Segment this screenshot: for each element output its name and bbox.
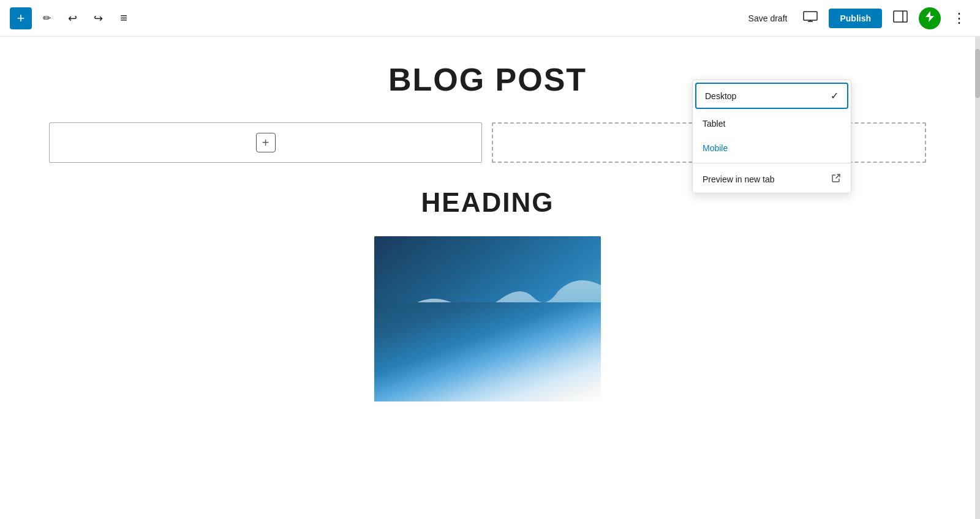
dropdown-item-preview-new-tab[interactable]: Preview in new tab — [693, 166, 851, 193]
image-block[interactable] — [49, 236, 926, 401]
publish-button[interactable]: Publish — [829, 9, 882, 28]
add-block-button[interactable]: + — [10, 7, 32, 29]
image-placeholder — [374, 236, 601, 401]
toolbar-left: + — [10, 7, 744, 29]
external-link-icon — [831, 173, 841, 185]
preview-dropdown: Desktop ✓ Tablet Mobile Preview in new t… — [692, 80, 851, 193]
svg-rect-5 — [374, 236, 601, 401]
list-icon — [120, 11, 127, 25]
toolbar-right: Save draft Publish — [744, 7, 970, 29]
tablet-option-label: Tablet — [703, 119, 725, 129]
more-options-button[interactable]: ⋮ — [948, 7, 970, 29]
document-overview-button[interactable] — [113, 7, 135, 29]
undo-button[interactable] — [61, 7, 83, 29]
lightning-icon — [925, 11, 934, 25]
dropdown-item-desktop[interactable]: Desktop ✓ — [695, 83, 848, 109]
dropdown-item-mobile[interactable]: Mobile — [693, 136, 851, 160]
editor-area: BLOG POST + HEADING — [0, 37, 980, 519]
desktop-preview-icon — [803, 11, 818, 25]
pencil-icon — [43, 12, 51, 24]
desktop-option-label: Desktop — [705, 91, 736, 101]
dropdown-item-tablet[interactable]: Tablet — [693, 111, 851, 136]
jetpack-button[interactable] — [919, 7, 941, 29]
svg-point-6 — [374, 322, 497, 395]
preview-new-tab-label: Preview in new tab — [703, 174, 775, 184]
editor-scrollbar[interactable] — [975, 37, 980, 519]
preview-button[interactable] — [799, 7, 821, 29]
toolbar: + Save draft Publish — [0, 0, 980, 37]
sidebar-toggle-icon — [893, 10, 908, 26]
scrollbar-thumb[interactable] — [975, 49, 980, 98]
dropdown-divider — [693, 163, 851, 163]
check-icon: ✓ — [831, 90, 839, 102]
settings-button[interactable] — [889, 7, 911, 29]
svg-rect-0 — [804, 12, 817, 20]
redo-button[interactable] — [87, 7, 109, 29]
svg-rect-3 — [894, 11, 907, 22]
tools-button[interactable] — [36, 7, 58, 29]
redo-icon — [94, 12, 103, 25]
undo-icon — [68, 12, 77, 25]
mobile-option-label: Mobile — [703, 143, 728, 153]
add-block-in-column-button[interactable]: + — [256, 133, 276, 152]
vertical-dots-icon: ⋮ — [952, 10, 966, 26]
svg-point-7 — [497, 340, 601, 401]
plus-icon: + — [262, 136, 270, 150]
save-draft-button[interactable]: Save draft — [744, 10, 793, 27]
column-left[interactable]: + — [49, 122, 482, 163]
